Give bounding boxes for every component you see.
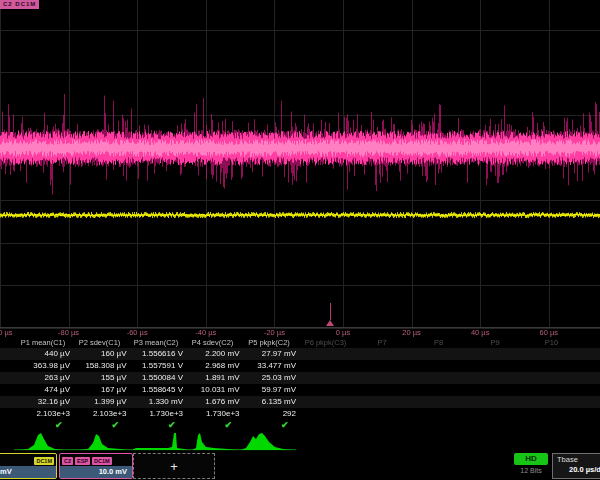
measurement-p4-sdev: 1.676 mV: [184, 396, 240, 408]
oscilloscope-screen: C2 DC1M -100 µs-80 µs-60 µs-40 µs-20 µs0…: [0, 0, 600, 480]
histicon-p1: [18, 433, 64, 450]
histicon-p4: [192, 433, 238, 450]
time-axis-label: 0 µs: [336, 328, 350, 337]
plus-icon: +: [170, 459, 178, 474]
measurement-p1-value: 440 µV: [14, 348, 70, 360]
vertical-scale-c2: 10.0 mV: [60, 466, 132, 478]
time-axis-label: -20 µs: [264, 328, 285, 337]
measurement-p1-mean: 363.98 µV: [14, 360, 70, 372]
add-trace-button[interactable]: +: [133, 453, 215, 479]
trigger-time-marker: [326, 320, 334, 326]
measurement-p3-value: 1.556616 V: [127, 348, 183, 360]
timebase-descriptor[interactable]: Tbase 20.0 µs/div: [552, 453, 600, 479]
measurement-p3-num: 1.730e+3: [127, 408, 183, 420]
channel-label-c2: C2: [62, 457, 73, 465]
time-axis-label: 40 µs: [471, 328, 490, 337]
measurement-p1-max: 474 µV: [14, 384, 70, 396]
histicon-p3: [132, 433, 189, 450]
vertical-scale-c1: 10.0 mV: [0, 466, 56, 478]
measurement-p2-min: 155 µV: [71, 372, 127, 384]
channel-descriptor-c2[interactable]: C2 ESPDC1M 10.0 mV: [59, 453, 133, 479]
measurement-header-p5[interactable]: P5 pkpk(C2): [237, 337, 301, 348]
time-axis-label: -100 µs: [0, 328, 13, 337]
histicon-p2: [78, 434, 127, 450]
measurement-p5-max: 59.97 mV: [240, 384, 296, 396]
measurement-p4-num: 1.730e+3: [184, 408, 240, 420]
measurement-p3-mean: 1.557591 V: [127, 360, 183, 372]
measurement-header-p3[interactable]: P3 mean(C2): [124, 337, 188, 348]
c2-badge-row: C2 ESPDC1M: [60, 454, 132, 466]
measurement-p5-min: 25.03 mV: [240, 372, 296, 384]
measurement-p3-min: 1.550084 V: [127, 372, 183, 384]
time-axis-label: 20 µs: [402, 328, 421, 337]
measurement-p4-value: 2.200 mV: [184, 348, 240, 360]
measurement-header-p4[interactable]: P4 sdev(C2): [181, 337, 245, 348]
measurement-p5-sdev: 6.135 mV: [240, 396, 296, 408]
measurement-p1-min: 263 µV: [14, 372, 70, 384]
measurement-p4-min: 1.891 mV: [184, 372, 240, 384]
coupling-badge-c2: DC1M: [92, 457, 112, 465]
measurement-header-p2[interactable]: P2 sdev(C1): [68, 337, 132, 348]
measurement-p5-num: 292: [240, 408, 296, 420]
measurement-p5-value: 27.97 mV: [240, 348, 296, 360]
measurement-p2-mean: 158.308 µV: [71, 360, 127, 372]
coupling-badge-c1: DC1M: [34, 457, 54, 465]
trace-annotation-badge: C2 DC1M: [0, 0, 39, 9]
histicon-p5: [240, 433, 292, 450]
measurement-header-p10[interactable]: P10: [520, 337, 584, 348]
time-axis-label: -40 µs: [195, 328, 216, 337]
bit-depth-label: 12 Bits: [508, 467, 554, 474]
measurement-header-p11[interactable]: P11: [576, 337, 600, 348]
hd-mode-badge: HD: [514, 453, 548, 465]
timebase-label: Tbase: [553, 454, 600, 465]
measurement-p2-max: 167 µV: [71, 384, 127, 396]
time-axis-label: 60 µs: [540, 328, 559, 337]
timebase-scale: 20.0 µs/div: [553, 465, 600, 474]
measurement-p1-num: 2.103e+3: [14, 408, 70, 420]
measurement-p3-max: 1.558645 V: [127, 384, 183, 396]
waveform-grid[interactable]: [0, 0, 600, 332]
time-axis-label: -80 µs: [58, 328, 79, 337]
measurement-header-p9[interactable]: P9: [463, 337, 527, 348]
measurement-p3-sdev: 1.330 mV: [127, 396, 183, 408]
measurement-p1-sdev: 32.16 µV: [14, 396, 70, 408]
measurement-header-p8[interactable]: P8: [407, 337, 471, 348]
measurement-header-p1[interactable]: P1 mean(C1): [11, 337, 75, 348]
measure-table: P1 mean(C1)440 µV363.98 µV263 µV474 µV32…: [0, 337, 600, 431]
measurement-header-p7[interactable]: P7: [350, 337, 414, 348]
trigger-time-marker-line: [330, 303, 331, 320]
c1-badge-row: C1 DC1M: [0, 454, 56, 466]
measurement-p4-mean: 2.968 mV: [184, 360, 240, 372]
measurement-p5-mean: 33.477 mV: [240, 360, 296, 372]
histicon-strip: [0, 429, 600, 452]
measurement-p2-sdev: 1.399 µV: [71, 396, 127, 408]
measurement-p2-value: 160 µV: [71, 348, 127, 360]
time-axis-label: -60 µs: [127, 328, 148, 337]
channel-descriptor-c1[interactable]: C1 DC1M 10.0 mV: [0, 453, 57, 479]
measurement-p2-num: 2.103e+3: [71, 408, 127, 420]
measurement-header-p6[interactable]: P6 pkpk(C3): [294, 337, 358, 348]
measurement-p4-max: 10.031 mV: [184, 384, 240, 396]
mode-badge-c2: ESP: [75, 457, 90, 465]
